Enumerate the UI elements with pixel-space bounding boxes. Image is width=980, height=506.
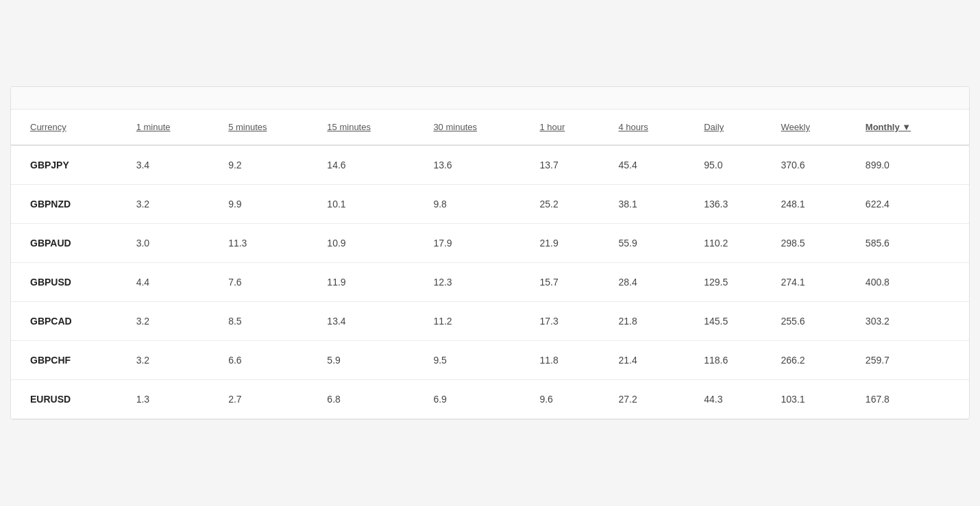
data-cell-1min-0: 3.4 <box>123 145 215 185</box>
data-cell-monthly-5: 259.7 <box>852 341 969 380</box>
data-cell-5min-0: 9.2 <box>215 145 313 185</box>
data-cell-4hours-1: 38.1 <box>604 185 690 224</box>
currency-cell-0: GBPJPY <box>11 145 123 185</box>
col-header-30min[interactable]: 30 minutes <box>419 110 526 145</box>
data-cell-1hour-2: 21.9 <box>526 224 604 263</box>
data-cell-15min-6: 6.8 <box>313 380 419 419</box>
data-cell-30min-1: 9.8 <box>419 185 526 224</box>
data-cell-monthly-6: 167.8 <box>852 380 969 419</box>
table-row: GBPNZD3.29.910.19.825.238.1136.3248.1622… <box>11 185 969 224</box>
data-cell-weekly-3: 274.1 <box>768 263 852 302</box>
data-cell-1min-1: 3.2 <box>123 185 215 224</box>
data-cell-15min-2: 10.9 <box>313 224 419 263</box>
data-cell-15min-4: 13.4 <box>313 302 419 341</box>
table-body: GBPJPY3.49.214.613.613.745.495.0370.6899… <box>11 145 969 419</box>
col-header-15min[interactable]: 15 minutes <box>313 110 419 145</box>
data-cell-1min-5: 3.2 <box>123 341 215 380</box>
col-header-1min[interactable]: 1 minute <box>123 110 215 145</box>
table-header: Currency1 minute5 minutes15 minutes30 mi… <box>11 110 969 145</box>
data-cell-daily-5: 118.6 <box>690 341 767 380</box>
header-row: Currency1 minute5 minutes15 minutes30 mi… <box>11 110 969 145</box>
data-cell-weekly-1: 248.1 <box>768 185 852 224</box>
table-row: GBPUSD4.47.611.912.315.728.4129.5274.140… <box>11 263 969 302</box>
table-row: GBPCAD3.28.513.411.217.321.8145.5255.630… <box>11 302 969 341</box>
data-cell-1hour-5: 11.8 <box>526 341 604 380</box>
data-cell-daily-2: 110.2 <box>690 224 767 263</box>
currency-cell-2: GBPAUD <box>11 224 123 263</box>
data-cell-4hours-4: 21.8 <box>604 302 690 341</box>
data-cell-15min-5: 5.9 <box>313 341 419 380</box>
table-row: GBPCHF3.26.65.99.511.821.4118.6266.2259.… <box>11 341 969 380</box>
col-header-4hours[interactable]: 4 hours <box>604 110 690 145</box>
volatility-table: Currency1 minute5 minutes15 minutes30 mi… <box>11 110 969 419</box>
col-header-daily[interactable]: Daily <box>690 110 767 145</box>
data-cell-5min-6: 2.7 <box>215 380 313 419</box>
data-cell-1min-6: 1.3 <box>123 380 215 419</box>
data-cell-daily-3: 129.5 <box>690 263 767 302</box>
data-cell-1min-3: 4.4 <box>123 263 215 302</box>
data-cell-monthly-1: 622.4 <box>852 185 969 224</box>
data-cell-30min-3: 12.3 <box>419 263 526 302</box>
data-cell-weekly-4: 255.6 <box>768 302 852 341</box>
currency-cell-4: GBPCAD <box>11 302 123 341</box>
data-cell-4hours-0: 45.4 <box>604 145 690 185</box>
data-cell-monthly-4: 303.2 <box>852 302 969 341</box>
data-cell-30min-5: 9.5 <box>419 341 526 380</box>
data-cell-30min-0: 13.6 <box>419 145 526 185</box>
data-cell-daily-6: 44.3 <box>690 380 767 419</box>
data-cell-5min-3: 7.6 <box>215 263 313 302</box>
data-cell-15min-1: 10.1 <box>313 185 419 224</box>
data-cell-4hours-6: 27.2 <box>604 380 690 419</box>
currency-cell-1: GBPNZD <box>11 185 123 224</box>
col-header-5min[interactable]: 5 minutes <box>215 110 313 145</box>
data-cell-1hour-0: 13.7 <box>526 145 604 185</box>
col-header-1hour[interactable]: 1 hour <box>526 110 604 145</box>
widget-header <box>11 87 969 110</box>
currency-cell-3: GBPUSD <box>11 263 123 302</box>
col-header-weekly[interactable]: Weekly <box>768 110 852 145</box>
data-cell-5min-2: 11.3 <box>215 224 313 263</box>
data-cell-weekly-5: 266.2 <box>768 341 852 380</box>
data-cell-daily-4: 145.5 <box>690 302 767 341</box>
data-cell-1hour-6: 9.6 <box>526 380 604 419</box>
data-cell-weekly-0: 370.6 <box>768 145 852 185</box>
data-cell-30min-2: 17.9 <box>419 224 526 263</box>
data-cell-5min-4: 8.5 <box>215 302 313 341</box>
col-header-currency[interactable]: Currency <box>11 110 123 145</box>
table-row: GBPJPY3.49.214.613.613.745.495.0370.6899… <box>11 145 969 185</box>
col-header-monthly[interactable]: Monthly ▼ <box>852 110 969 145</box>
data-cell-4hours-2: 55.9 <box>604 224 690 263</box>
data-cell-15min-0: 14.6 <box>313 145 419 185</box>
currency-cell-6: EURUSD <box>11 380 123 419</box>
data-cell-monthly-0: 899.0 <box>852 145 969 185</box>
data-cell-15min-3: 11.9 <box>313 263 419 302</box>
data-cell-weekly-2: 298.5 <box>768 224 852 263</box>
data-cell-5min-1: 9.9 <box>215 185 313 224</box>
data-cell-daily-0: 95.0 <box>690 145 767 185</box>
data-cell-1hour-3: 15.7 <box>526 263 604 302</box>
data-cell-1hour-1: 25.2 <box>526 185 604 224</box>
data-cell-1min-2: 3.0 <box>123 224 215 263</box>
data-cell-monthly-3: 400.8 <box>852 263 969 302</box>
forex-volatility-widget: Currency1 minute5 minutes15 minutes30 mi… <box>10 86 970 420</box>
data-cell-1min-4: 3.2 <box>123 302 215 341</box>
data-cell-4hours-3: 28.4 <box>604 263 690 302</box>
data-cell-1hour-4: 17.3 <box>526 302 604 341</box>
data-cell-4hours-5: 21.4 <box>604 341 690 380</box>
table-row: GBPAUD3.011.310.917.921.955.9110.2298.55… <box>11 224 969 263</box>
data-cell-5min-5: 6.6 <box>215 341 313 380</box>
data-cell-30min-4: 11.2 <box>419 302 526 341</box>
data-cell-30min-6: 6.9 <box>419 380 526 419</box>
currency-cell-5: GBPCHF <box>11 341 123 380</box>
data-cell-daily-1: 136.3 <box>690 185 767 224</box>
table-row: EURUSD1.32.76.86.99.627.244.3103.1167.8 <box>11 380 969 419</box>
data-cell-weekly-6: 103.1 <box>768 380 852 419</box>
data-cell-monthly-2: 585.6 <box>852 224 969 263</box>
